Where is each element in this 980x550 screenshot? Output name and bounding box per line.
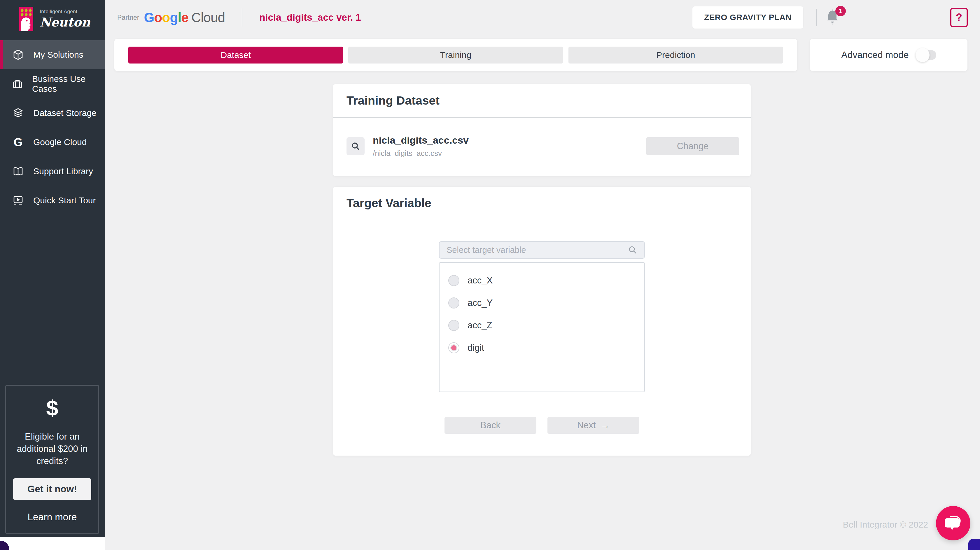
logo-brand: Neuton xyxy=(40,15,91,29)
briefcase-icon xyxy=(12,78,23,90)
tab-prediction[interactable]: Prediction xyxy=(568,47,783,63)
plan-button[interactable]: ZERO GRAVITY PLAN xyxy=(692,6,803,29)
sidebar-item-support-library[interactable]: Support Library xyxy=(0,157,105,186)
sidebar-item-google-cloud[interactable]: G Google Cloud xyxy=(0,128,105,157)
promo-text: Eligible for an additional $200 in credi… xyxy=(13,431,91,467)
magnifier-icon xyxy=(351,141,361,151)
google-cloud-logo: Google Cloud xyxy=(144,10,225,25)
toggle-knob xyxy=(916,48,929,62)
partner-label: Partner xyxy=(117,14,139,22)
sidebar-item-label: Support Library xyxy=(33,166,93,176)
advanced-mode-label: Advanced mode xyxy=(841,49,908,60)
sidebar-item-quick-start-tour[interactable]: Quick Start Tour xyxy=(0,186,105,215)
sidebar-item-label: My Solutions xyxy=(33,50,83,60)
option-acc-x[interactable]: acc_X xyxy=(439,269,644,292)
target-variable-title: Target Variable xyxy=(347,197,431,210)
header-right: ZERO GRAVITY PLAN 1 ? xyxy=(692,6,968,29)
cloud-word: Cloud xyxy=(191,10,225,25)
back-button[interactable]: Back xyxy=(444,417,536,434)
get-it-now-button[interactable]: Get it now! xyxy=(13,478,91,500)
sidebar-item-my-solutions[interactable]: My Solutions xyxy=(0,40,105,69)
radio-icon xyxy=(448,320,460,331)
advanced-mode-toggle[interactable] xyxy=(918,50,936,60)
target-search-box xyxy=(439,241,645,259)
sidebar-item-dataset-storage[interactable]: Dataset Storage xyxy=(0,98,105,128)
arrow-right-icon: → xyxy=(600,421,609,430)
sidebar-item-label: Dataset Storage xyxy=(33,108,97,118)
learn-more-link[interactable]: Learn more xyxy=(28,512,77,523)
option-acc-y[interactable]: acc_Y xyxy=(439,292,644,314)
sidebar-bottom-strip xyxy=(0,537,105,550)
corner-widget-decoration xyxy=(968,539,980,550)
next-button[interactable]: Next → xyxy=(547,417,640,434)
dataset-file-name: nicla_digits_acc.csv xyxy=(373,135,469,146)
notification-badge: 1 xyxy=(835,6,846,16)
video-tour-icon xyxy=(12,194,24,207)
dataset-file-row: nicla_digits_acc.csv /nicla_digits_acc.c… xyxy=(333,118,751,158)
wizard-buttons: Back Next → xyxy=(333,417,751,434)
sidebar-item-label: Quick Start Tour xyxy=(33,195,96,205)
layers-icon xyxy=(12,107,24,119)
radio-icon xyxy=(448,342,460,353)
tab-dataset[interactable]: Dataset xyxy=(128,47,343,63)
target-options-list: acc_X acc_Y acc_Z digit xyxy=(439,262,645,392)
target-variable-card: Target Variable acc_X acc_Y acc_Z digit … xyxy=(333,187,751,456)
sidebar-item-label: Business Use Cases xyxy=(32,74,105,94)
file-icon-box xyxy=(347,137,364,155)
logo-text: Intelligent Agent Neuton xyxy=(40,9,91,29)
solution-title: nicla_digits_acc ver. 1 xyxy=(259,12,361,23)
header-divider xyxy=(242,8,242,27)
sidebar-item-business-use-cases[interactable]: Business Use Cases xyxy=(0,69,105,98)
card-title-row: Target Variable xyxy=(333,187,751,220)
workflow-tabs: Dataset Training Prediction xyxy=(115,39,797,71)
chat-bubble-icon xyxy=(943,514,963,533)
notifications-bell[interactable]: 1 xyxy=(825,8,842,27)
radio-icon xyxy=(448,275,460,286)
chat-widget-button[interactable] xyxy=(936,506,970,540)
target-search-input[interactable] xyxy=(447,245,628,255)
change-dataset-button[interactable]: Change xyxy=(646,137,739,155)
google-g-icon: G xyxy=(12,136,24,149)
dataset-file-path: /nicla_digits_acc.csv xyxy=(373,149,469,158)
advanced-mode-panel: Advanced mode xyxy=(810,39,967,71)
bell-divider xyxy=(816,9,817,26)
radio-icon xyxy=(448,298,460,309)
book-icon xyxy=(12,165,24,178)
search-icon xyxy=(628,245,637,255)
tab-training[interactable]: Training xyxy=(348,47,563,63)
logo-tagline: Intelligent Agent xyxy=(40,9,91,14)
app-logo[interactable]: Intelligent Agent Neuton xyxy=(0,0,105,38)
neuton-logo-icon xyxy=(19,7,33,31)
sidebar-item-label: Google Cloud xyxy=(33,137,87,147)
copyright-text: Bell Integrator © 2022 xyxy=(843,520,928,529)
training-dataset-card: Training Dataset nicla_digits_acc.csv /n… xyxy=(333,84,751,176)
credits-promo-panel: $ Eligible for an additional $200 in cre… xyxy=(5,385,99,534)
help-button[interactable]: ? xyxy=(950,8,968,27)
option-digit[interactable]: digit xyxy=(439,336,644,359)
cube-icon xyxy=(12,48,24,61)
dollar-icon: $ xyxy=(13,397,91,419)
sidebar: Intelligent Agent Neuton My Solutions Bu… xyxy=(0,0,105,537)
option-acc-z[interactable]: acc_Z xyxy=(439,314,644,336)
training-dataset-title: Training Dataset xyxy=(347,94,439,108)
top-header: Partner Google Cloud nicla_digits_acc ve… xyxy=(105,0,980,35)
file-meta: nicla_digits_acc.csv /nicla_digits_acc.c… xyxy=(373,135,469,158)
card-title-row: Training Dataset xyxy=(333,84,751,118)
sidebar-nav: My Solutions Business Use Cases Dataset … xyxy=(0,40,105,215)
